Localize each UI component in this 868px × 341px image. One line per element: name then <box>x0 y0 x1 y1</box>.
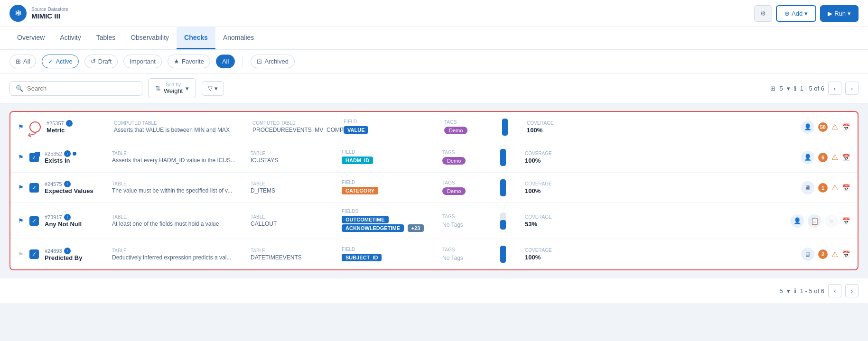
tab-overview[interactable]: Overview <box>9 27 52 49</box>
info-icon-1[interactable]: i <box>64 150 71 157</box>
row-field-0: Field VALUE <box>344 119 439 135</box>
calendar-icon-0[interactable]: 📅 <box>842 123 850 131</box>
row-id-name-0: #25357 i Metric <box>47 120 108 134</box>
tab-activity[interactable]: Activity <box>52 27 88 49</box>
tag-badge-2-0: Demo <box>442 187 466 195</box>
filter-important[interactable]: Important <box>123 55 162 68</box>
calendar-icon-4[interactable]: 📅 <box>842 250 850 258</box>
calendar-icon-1[interactable]: 📅 <box>842 154 850 161</box>
alert-count-0: 58 <box>818 122 828 132</box>
search-box: 🔍 <box>9 81 142 96</box>
tab-checks[interactable]: Checks <box>177 27 215 49</box>
grid-view-icon[interactable]: ⊞ <box>770 85 775 92</box>
warning-icon-0: ⚠ <box>831 122 838 131</box>
row-actions-0: 👤 58 ⚠ 📅 <box>801 120 850 134</box>
bookmark-icon-2[interactable]: ⚑ <box>18 184 24 191</box>
check-mark-4: ✓ <box>32 251 37 258</box>
progress-fill-4 <box>500 246 506 263</box>
info-icon-4[interactable]: i <box>64 248 71 254</box>
monitor-icon-4[interactable]: 🖥 <box>801 248 814 261</box>
filter-favorite[interactable]: ★ Favorite <box>168 55 210 68</box>
row-checkbox-2[interactable]: ✓ <box>29 183 39 193</box>
row-desc-4: Table Deductively inferred expression pr… <box>112 248 245 261</box>
row-table-1: Table ICUSTAYS <box>251 151 336 164</box>
row-checkbox-4[interactable]: ✓ <box>29 249 39 259</box>
filter-active[interactable]: ✓ Active <box>42 55 78 68</box>
monitor-icon-2[interactable]: 🖥 <box>801 181 814 194</box>
field-badge-4-0: SUBJECT_ID <box>342 254 382 261</box>
alert-count-2: 1 <box>818 183 828 193</box>
row-desc-2: Table The value must be within the speci… <box>112 181 245 194</box>
prev-page-button-bottom[interactable]: ‹ <box>828 284 841 297</box>
row-coverage-3: Coverage 53% <box>525 214 558 228</box>
row-desc-1: Table Asserts that every HADM_ID value i… <box>112 151 245 164</box>
tab-observability[interactable]: Observability <box>123 27 177 49</box>
filter-button[interactable]: ▽ ▾ <box>202 81 224 96</box>
status-dot-1 <box>73 152 76 156</box>
special-circle-container: ↙ <box>29 121 41 133</box>
table-row: ⚑ ✓ #73917 i Any Not Null Table At least… <box>10 203 858 239</box>
source-label: Source Datastore <box>31 7 68 12</box>
row-tags-2: Tags Demo <box>442 180 495 195</box>
chevron-down-sort: ▾ <box>186 85 189 92</box>
bookmark-icon-4[interactable]: ⚑ <box>18 251 24 258</box>
filters-bar: ⊞ All ✓ Active ↺ Draft Important ★ Favor… <box>0 50 868 74</box>
user-icon-1[interactable]: 👤 <box>801 151 814 164</box>
per-page-chevron-bottom[interactable]: ▾ <box>787 287 790 295</box>
chevron-down-icon-run: ▾ <box>848 10 851 17</box>
info-icon-2[interactable]: i <box>64 181 71 187</box>
filter-archived[interactable]: ⊡ Archived <box>251 55 295 68</box>
row-checkbox-3[interactable]: ✓ <box>29 216 39 226</box>
indicator-dot-1 <box>35 152 40 157</box>
table-row: ⚑ ✓ #24893 i Predicted By Table Deductiv… <box>10 239 858 269</box>
logo-area: ❄ Source Datastore MIMIC III <box>9 5 68 22</box>
row-coverage-2: Coverage 100% <box>525 181 558 194</box>
next-page-button-bottom[interactable]: › <box>845 284 859 297</box>
info-icon-3[interactable]: i <box>64 214 71 221</box>
progress-fill-1 <box>500 149 506 166</box>
settings-button[interactable]: ⚙ <box>754 5 772 22</box>
gear-icon: ⚙ <box>760 10 766 17</box>
no-tags-4: No Tags <box>442 255 463 261</box>
row-name-0: Metric <box>47 127 108 134</box>
row-name-4: Predicted By <box>45 254 106 261</box>
next-page-button[interactable]: › <box>845 82 859 95</box>
row-coverage-4: Coverage 100% <box>525 248 558 261</box>
calendar-icon-2[interactable]: 📅 <box>842 184 850 192</box>
row-bar-4 <box>500 246 519 263</box>
row-field-2: Field CATEGORY <box>342 180 437 195</box>
filter-all2[interactable]: All <box>216 55 235 68</box>
warning-icon-4: ⚠ <box>831 250 838 259</box>
row-tags-3: Tags No Tags <box>442 214 495 228</box>
bookmark-icon-1[interactable]: ⚑ <box>18 154 24 161</box>
per-page-chevron[interactable]: ▾ <box>787 85 790 92</box>
row-desc-3: Table At least one of the fields must ho… <box>112 214 245 227</box>
tab-anomalies[interactable]: Anomalies <box>215 27 261 49</box>
bookmark-icon-0[interactable]: ⚑ <box>18 123 24 130</box>
calendar-icon-3[interactable]: 📅 <box>842 217 850 225</box>
field-badge-0-0: VALUE <box>344 126 368 134</box>
nav-tabs: Overview Activity Tables Observability C… <box>0 27 868 50</box>
filter-draft[interactable]: ↺ Draft <box>84 55 118 68</box>
filter-all[interactable]: ⊞ All <box>9 55 36 68</box>
user-icon-3[interactable]: 👤 <box>791 214 804 228</box>
row-coverage-0: Coverage 100% <box>527 120 560 134</box>
pagination-info: ⊞ 5 ▾ ℹ 1 - 5 of 6 ‹ › <box>770 82 859 95</box>
prev-page-button[interactable]: ‹ <box>828 82 841 95</box>
add-button[interactable]: ⊕ Add ▾ <box>776 5 816 22</box>
alert-count-4: 2 <box>818 249 828 259</box>
check-mark-2: ✓ <box>32 184 37 191</box>
search-input[interactable] <box>27 85 136 92</box>
tag-badge-0-0: Demo <box>444 127 467 134</box>
funnel-icon: ▽ <box>208 85 213 92</box>
edit-icon-3[interactable]: 📋 <box>808 214 821 228</box>
row-field-1: Field HADM_ID <box>342 149 437 165</box>
run-button[interactable]: ▶ Run ▾ <box>820 5 859 22</box>
row-checkbox-1[interactable]: ✓ <box>29 153 39 162</box>
progress-fill-0 <box>502 119 508 136</box>
bookmark-icon-3[interactable]: ⚑ <box>18 217 24 224</box>
sort-button[interactable]: ⇅ Sort by Weight ▾ <box>148 78 196 98</box>
user-icon-0[interactable]: 👤 <box>801 120 814 134</box>
info-icon-0[interactable]: i <box>66 120 73 127</box>
tab-tables[interactable]: Tables <box>89 27 123 49</box>
